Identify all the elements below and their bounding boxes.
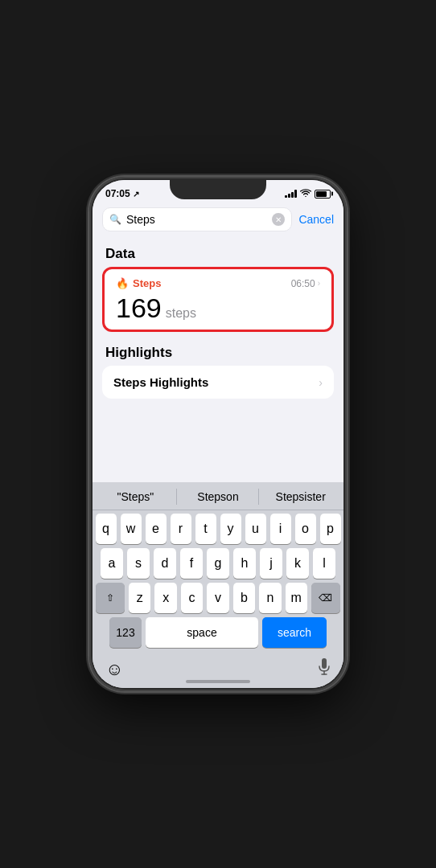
space-key[interactable]: space bbox=[146, 617, 258, 648]
search-key[interactable]: search bbox=[262, 617, 327, 648]
key-e[interactable]: e bbox=[146, 514, 167, 544]
autocomplete-row: "Steps" Stepson Stepsister bbox=[93, 482, 343, 510]
autocomplete-item-2[interactable]: Stepsister bbox=[259, 487, 342, 506]
highlights-card: Steps Highlights › bbox=[102, 366, 334, 399]
key-w[interactable]: w bbox=[121, 514, 142, 544]
key-z[interactable]: z bbox=[129, 583, 150, 613]
key-o[interactable]: o bbox=[295, 514, 316, 544]
key-a[interactable]: a bbox=[101, 548, 123, 579]
search-bar-container: 🔍 Steps ✕ Cancel bbox=[93, 203, 343, 236]
highlights-section-header: Highlights bbox=[93, 338, 343, 366]
key-y[interactable]: y bbox=[220, 514, 241, 544]
phone-screen: 07:05 ↗ bbox=[93, 180, 343, 688]
steps-unit: steps bbox=[166, 306, 196, 321]
status-time: 07:05 ↗ bbox=[105, 188, 139, 199]
key-p[interactable]: p bbox=[320, 514, 341, 544]
key-n[interactable]: n bbox=[259, 583, 281, 613]
battery-fill bbox=[316, 191, 327, 197]
notch bbox=[170, 180, 266, 199]
fire-icon: 🔥 bbox=[116, 277, 129, 289]
cancel-button[interactable]: Cancel bbox=[298, 213, 334, 226]
autocomplete-item-0[interactable]: "Steps" bbox=[94, 487, 177, 506]
key-c[interactable]: c bbox=[181, 583, 203, 613]
num-key[interactable]: 123 bbox=[109, 617, 142, 648]
status-icons bbox=[285, 189, 331, 199]
key-m[interactable]: m bbox=[286, 583, 307, 613]
key-j[interactable]: j bbox=[260, 548, 282, 579]
key-s[interactable]: s bbox=[127, 548, 150, 579]
key-t[interactable]: t bbox=[195, 514, 216, 544]
key-x[interactable]: x bbox=[154, 583, 176, 613]
search-input[interactable]: Steps bbox=[126, 213, 267, 226]
autocomplete-item-1[interactable]: Stepson bbox=[177, 487, 260, 506]
home-indicator bbox=[186, 680, 250, 683]
svg-rect-0 bbox=[322, 658, 327, 669]
key-g[interactable]: g bbox=[207, 548, 229, 579]
key-row-4: 123 space search bbox=[96, 617, 340, 648]
data-value-row: 169 steps bbox=[116, 294, 320, 321]
search-clear-button[interactable]: ✕ bbox=[272, 213, 285, 226]
key-row-2: a s d f g h j k l bbox=[96, 548, 340, 579]
emoji-button[interactable]: ☺ bbox=[105, 659, 123, 680]
data-card-time: 06:50 › bbox=[291, 278, 320, 289]
wifi-icon bbox=[300, 189, 311, 199]
key-u[interactable]: u bbox=[245, 514, 266, 544]
key-q[interactable]: q bbox=[96, 514, 117, 544]
battery-icon bbox=[315, 190, 331, 199]
data-card-title: 🔥 Steps bbox=[116, 277, 161, 289]
highlights-item[interactable]: Steps Highlights › bbox=[102, 366, 334, 399]
content-area: Data 🔥 Steps 06:50 › 169 steps bbox=[93, 236, 343, 405]
key-row-1: q w e r t y u i o p bbox=[96, 514, 340, 544]
signal-bars bbox=[285, 190, 297, 198]
key-d[interactable]: d bbox=[154, 548, 176, 579]
search-icon: 🔍 bbox=[109, 214, 121, 225]
highlights-item-label: Steps Highlights bbox=[113, 375, 208, 389]
shift-key[interactable]: ⇧ bbox=[96, 583, 125, 613]
location-icon: ↗ bbox=[133, 190, 139, 199]
key-l[interactable]: l bbox=[313, 548, 335, 579]
key-h[interactable]: h bbox=[233, 548, 256, 579]
phone-shell: 07:05 ↗ bbox=[89, 177, 347, 691]
mic-button[interactable] bbox=[318, 658, 331, 680]
key-r[interactable]: r bbox=[171, 514, 191, 544]
search-input-wrapper[interactable]: 🔍 Steps ✕ bbox=[102, 207, 292, 231]
key-v[interactable]: v bbox=[207, 583, 228, 613]
data-card-header: 🔥 Steps 06:50 › bbox=[116, 277, 320, 289]
steps-count: 169 bbox=[116, 294, 162, 321]
time-chevron: › bbox=[318, 279, 320, 288]
delete-key[interactable]: ⌫ bbox=[311, 583, 340, 613]
steps-label: Steps bbox=[133, 277, 161, 289]
data-section-header: Data bbox=[93, 243, 343, 267]
time-label: 07:05 bbox=[105, 188, 130, 199]
key-i[interactable]: i bbox=[270, 514, 291, 544]
highlights-chevron-icon: › bbox=[319, 376, 323, 389]
keyboard-area: "Steps" Stepson Stepsister q w e r t y u… bbox=[93, 482, 343, 688]
keyboard-rows: q w e r t y u i o p a s d f g bbox=[93, 510, 343, 653]
key-k[interactable]: k bbox=[286, 548, 309, 579]
key-b[interactable]: b bbox=[233, 583, 255, 613]
key-row-3: ⇧ z x c v b n m ⌫ bbox=[96, 583, 340, 613]
data-card[interactable]: 🔥 Steps 06:50 › 169 steps bbox=[102, 267, 334, 332]
time-value: 06:50 bbox=[291, 278, 315, 289]
key-f[interactable]: f bbox=[180, 548, 203, 579]
